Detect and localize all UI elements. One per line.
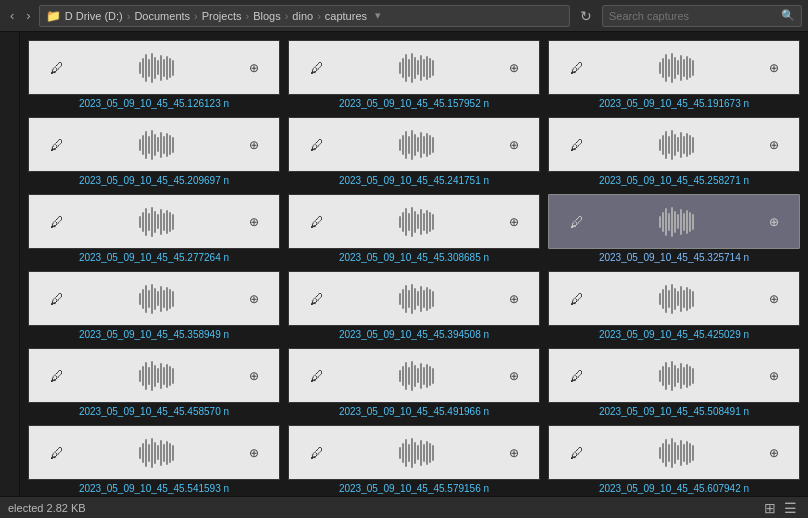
file-grid-area[interactable]: 🖊⊕2023_05_09_10_45_45.126123 n🖊⊕2023_05_… [20,32,808,496]
wave-bar [689,212,691,232]
wave-bar [683,136,685,154]
wave-bar [166,441,168,465]
file-item[interactable]: 🖊⊕2023_05_09_10_45_45.277264 n [28,194,280,263]
file-item[interactable]: 🖊⊕2023_05_09_10_45_45.607942 n [548,425,800,494]
breadcrumb-item[interactable]: D Drive (D:) [65,10,123,22]
wave-bar [151,361,153,391]
forward-button[interactable]: › [22,6,34,25]
file-label: 2023_05_09_10_45_45.491966 n [288,406,540,417]
file-thumbnail: 🖊⊕ [548,271,800,326]
right-icon: ⊕ [249,292,259,306]
wave-bar [169,135,171,155]
file-item[interactable]: 🖊⊕2023_05_09_10_45_45.191673 n [548,40,800,109]
wave-bar [677,291,679,306]
wave-bar [677,60,679,75]
file-item[interactable]: 🖊⊕2023_05_09_10_45_45.508491 n [548,348,800,417]
file-label: 2023_05_09_10_45_45.425029 n [548,329,800,340]
file-item[interactable]: 🖊⊕2023_05_09_10_45_45.394508 n [288,271,540,340]
breadcrumb-item[interactable]: captures [325,10,367,22]
search-icon: 🔍 [781,9,795,22]
wave-bar [160,55,162,81]
file-item[interactable]: 🖊⊕2023_05_09_10_45_45.541593 n [28,425,280,494]
file-item[interactable]: 🖊⊕2023_05_09_10_45_45.491966 n [288,348,540,417]
wave-bar [154,442,156,464]
wave-bar [426,364,428,388]
wave-bar [405,362,407,390]
wave-bar [139,62,141,74]
file-item[interactable]: 🖊⊕2023_05_09_10_45_45.325714 n [548,194,800,263]
file-item[interactable]: 🖊⊕2023_05_09_10_45_45.308685 n [288,194,540,263]
file-label: 2023_05_09_10_45_45.277264 n [28,252,280,263]
wave-bar [405,208,407,236]
grid-view-button[interactable]: ⊞ [761,499,779,517]
wave-bar [142,58,144,78]
wave-bar [166,364,168,388]
file-grid: 🖊⊕2023_05_09_10_45_45.126123 n🖊⊕2023_05_… [28,40,800,494]
top-bar: ‹ › 📁 D Drive (D:) › Documents › Project… [0,0,808,32]
wave-bar [399,62,401,74]
wave-bar [659,293,661,305]
wave-bar [668,367,670,385]
right-icon: ⊕ [769,215,779,229]
file-label: 2023_05_09_10_45_45.508491 n [548,406,800,417]
list-view-button[interactable]: ☰ [781,499,800,517]
wave-bar [686,56,688,80]
wave-bar [665,54,667,82]
file-thumbnail: 🖊⊕ [28,425,280,480]
file-item[interactable]: 🖊⊕2023_05_09_10_45_45.157952 n [288,40,540,109]
file-item[interactable]: 🖊⊕2023_05_09_10_45_45.358949 n [28,271,280,340]
breadcrumb-item[interactable]: Projects [202,10,242,22]
back-button[interactable]: ‹ [6,6,18,25]
wave-bars [659,361,694,391]
wave-bar [692,291,694,307]
breadcrumb-item[interactable]: Blogs [253,10,281,22]
wave-bar [662,58,664,78]
wave-bar [671,284,673,314]
wave-bar [432,137,434,153]
wave-bar [414,57,416,79]
breadcrumb-item[interactable]: Documents [134,10,190,22]
file-item[interactable]: 🖊⊕2023_05_09_10_45_45.241751 n [288,117,540,186]
breadcrumb-item[interactable]: dino [292,10,313,22]
file-item[interactable]: 🖊⊕2023_05_09_10_45_45.209697 n [28,117,280,186]
wave-bar [399,216,401,228]
wave-bar [423,367,425,385]
wave-bar [160,286,162,312]
file-item[interactable]: 🖊⊕2023_05_09_10_45_45.126123 n [28,40,280,109]
wave-bar [414,365,416,387]
wave-bar [668,136,670,154]
wave-bar [402,212,404,232]
file-label: 2023_05_09_10_45_45.241751 n [288,175,540,186]
file-thumbnail: 🖊⊕ [288,348,540,403]
wave-bar [665,285,667,313]
search-input[interactable] [609,10,777,22]
file-thumbnail: 🖊⊕ [548,40,800,95]
wave-bar [420,209,422,235]
refresh-button[interactable]: ↻ [574,6,598,26]
file-item[interactable]: 🖊⊕2023_05_09_10_45_45.579156 n [288,425,540,494]
file-item[interactable]: 🖊⊕2023_05_09_10_45_45.258271 n [548,117,800,186]
wave-bar [169,443,171,463]
wave-bar [659,62,661,74]
wave-bars [659,438,694,468]
right-icon: ⊕ [509,215,519,229]
wave-bar [420,132,422,158]
wave-bars [659,130,694,160]
waveform-icon: 🖊 [310,368,324,384]
wave-bar [154,134,156,156]
file-thumbnail: 🖊⊕ [28,40,280,95]
wave-bar [680,363,682,389]
wave-bar [163,444,165,462]
file-item[interactable]: 🖊⊕2023_05_09_10_45_45.425029 n [548,271,800,340]
wave-bar [408,213,410,231]
wave-bar [429,289,431,309]
wave-bar [671,53,673,83]
wave-bar [659,370,661,382]
file-item[interactable]: 🖊⊕2023_05_09_10_45_45.458570 n [28,348,280,417]
search-bar: 🔍 [602,5,802,27]
wave-bar [423,290,425,308]
file-thumbnail: 🖊⊕ [28,348,280,403]
wave-bar [148,290,150,308]
wave-bar [172,214,174,230]
wave-bar [139,447,141,459]
